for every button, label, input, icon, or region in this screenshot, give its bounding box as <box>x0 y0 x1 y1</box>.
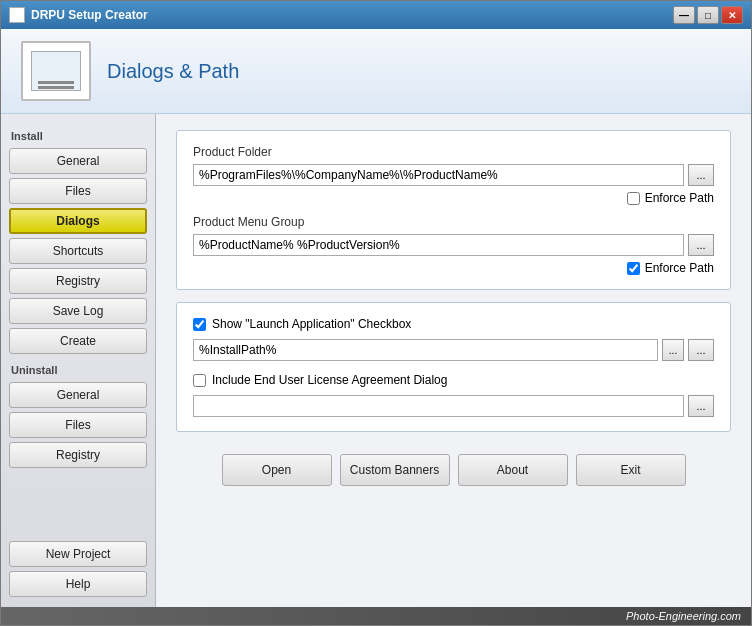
title-bar-left: DRPU Setup Creator <box>9 7 148 23</box>
show-launch-checkbox[interactable] <box>193 318 206 331</box>
eula-row: Include End User License Agreement Dialo… <box>193 373 714 387</box>
product-menu-row: ... <box>193 234 714 256</box>
content-area: Product Folder ... Enforce Path Product … <box>156 114 751 607</box>
main-window: DRPU Setup Creator — □ ✕ Dialogs & Path … <box>0 0 752 626</box>
install-path-input[interactable] <box>193 339 658 361</box>
sidebar-btn-help[interactable]: Help <box>9 571 147 597</box>
open-button[interactable]: Open <box>222 454 332 486</box>
product-folder-label: Product Folder <box>193 145 714 159</box>
product-menu-input[interactable] <box>193 234 684 256</box>
title-bar-buttons: — □ ✕ <box>673 6 743 24</box>
sidebar-btn-savelog[interactable]: Save Log <box>9 298 147 324</box>
eula-input-row: ... <box>193 395 714 417</box>
product-folder-browse-btn[interactable]: ... <box>688 164 714 186</box>
header-icon-inner <box>31 51 81 91</box>
sidebar-btn-registry[interactable]: Registry <box>9 268 147 294</box>
sidebar-btn-u-files[interactable]: Files <box>9 412 147 438</box>
product-folder-input[interactable] <box>193 164 684 186</box>
enforce-path-label-2: Enforce Path <box>645 261 714 275</box>
header: Dialogs & Path <box>1 29 751 114</box>
install-path-browse-btn[interactable]: ... <box>688 339 714 361</box>
custom-banners-button[interactable]: Custom Banners <box>340 454 450 486</box>
sidebar-btn-create[interactable]: Create <box>9 328 147 354</box>
product-menu-browse-btn[interactable]: ... <box>688 234 714 256</box>
sidebar-btn-u-general[interactable]: General <box>9 382 147 408</box>
watermark-text: Photo-Engineering.com <box>626 610 741 622</box>
product-menu-group: Product Menu Group ... Enforce Path <box>193 215 714 275</box>
exit-button[interactable]: Exit <box>576 454 686 486</box>
enforce-path-row-2: Enforce Path <box>193 261 714 275</box>
launch-panel: Show "Launch Application" Checkbox ... .… <box>176 302 731 432</box>
eula-browse-btn[interactable]: ... <box>688 395 714 417</box>
product-folder-row: ... <box>193 164 714 186</box>
sidebar-btn-shortcuts[interactable]: Shortcuts <box>9 238 147 264</box>
header-icon <box>21 41 91 101</box>
main-area: Install General Files Dialogs Shortcuts … <box>1 114 751 607</box>
sidebar-btn-general[interactable]: General <box>9 148 147 174</box>
enforce-path-row-1: Enforce Path <box>193 191 714 205</box>
close-button[interactable]: ✕ <box>721 6 743 24</box>
watermark: Photo-Engineering.com <box>1 607 751 625</box>
window-title: DRPU Setup Creator <box>31 8 148 22</box>
enforce-path-checkbox-2[interactable] <box>627 262 640 275</box>
title-bar: DRPU Setup Creator — □ ✕ <box>1 1 751 29</box>
sidebar-btn-new-project[interactable]: New Project <box>9 541 147 567</box>
eula-input[interactable] <box>193 395 684 417</box>
show-launch-row: Show "Launch Application" Checkbox <box>193 317 714 331</box>
eula-checkbox[interactable] <box>193 374 206 387</box>
install-section-label: Install <box>11 130 145 142</box>
enforce-path-checkbox-1[interactable] <box>627 192 640 205</box>
minimize-button[interactable]: — <box>673 6 695 24</box>
maximize-button[interactable]: □ <box>697 6 719 24</box>
folder-panel: Product Folder ... Enforce Path Product … <box>176 130 731 290</box>
header-title: Dialogs & Path <box>107 60 239 83</box>
footer-buttons: Open Custom Banners About Exit <box>176 444 731 492</box>
app-icon <box>9 7 25 23</box>
about-button[interactable]: About <box>458 454 568 486</box>
sidebar-btn-u-registry[interactable]: Registry <box>9 442 147 468</box>
uninstall-section-label: Uninstall <box>11 364 145 376</box>
install-path-row: ... ... <box>193 339 714 361</box>
sidebar: Install General Files Dialogs Shortcuts … <box>1 114 156 607</box>
sidebar-btn-files[interactable]: Files <box>9 178 147 204</box>
install-path-small-browse-btn[interactable]: ... <box>662 339 684 361</box>
product-menu-label: Product Menu Group <box>193 215 714 229</box>
enforce-path-label-1: Enforce Path <box>645 191 714 205</box>
sidebar-btn-dialogs[interactable]: Dialogs <box>9 208 147 234</box>
eula-label: Include End User License Agreement Dialo… <box>212 373 447 387</box>
show-launch-label: Show "Launch Application" Checkbox <box>212 317 411 331</box>
